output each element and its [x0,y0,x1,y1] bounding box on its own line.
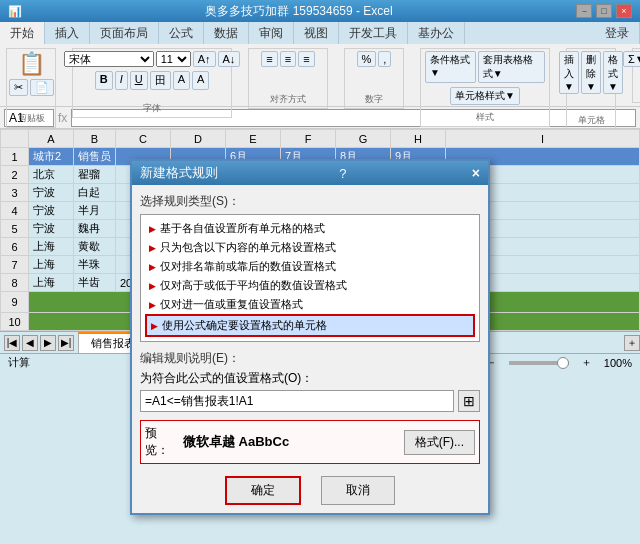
ok-button[interactable]: 确定 [225,476,301,505]
col-header-e[interactable]: E [226,130,281,148]
align-left-button[interactable]: ≡ [261,51,277,67]
insert-button[interactable]: 插入▼ [559,51,579,94]
font-color-button[interactable]: A [192,71,209,90]
minimize-button[interactable]: － [576,4,592,18]
cell-b3[interactable]: 白起 [74,184,116,202]
fill-color-button[interactable]: A [173,71,190,90]
next-sheet-button[interactable]: ▶ [40,335,56,351]
zoom-slider[interactable] [509,361,569,365]
col-header-i[interactable]: I [446,130,640,148]
conditional-format-button[interactable]: 条件格式▼ [425,51,476,83]
cell-a1[interactable]: 城市2 [29,148,74,166]
maximize-button[interactable]: □ [596,4,612,18]
tab-insert[interactable]: 插入 [45,22,90,44]
preview-label: 预览： [145,425,175,459]
cell-a3[interactable]: 宁波 [29,184,74,202]
underline-button[interactable]: U [130,71,148,90]
col-header-b[interactable]: B [74,130,116,148]
dialog-close-button[interactable]: × [472,165,480,181]
tab-login[interactable]: 登录 [595,22,640,44]
increase-font-button[interactable]: A↑ [193,51,216,67]
delete-button[interactable]: 删除▼ [581,51,601,94]
tab-home[interactable]: 开始 [0,22,45,44]
font-size-select[interactable]: 11 [156,51,191,67]
cut-button[interactable]: ✂ [9,79,28,96]
cell-b6[interactable]: 黄歇 [74,238,116,256]
sum-button[interactable]: Σ▼ [623,51,640,67]
cancel-button[interactable]: 取消 [321,476,395,505]
format-button[interactable]: 格式(F)... [404,430,475,455]
cell-a5[interactable]: 宁波 [29,220,74,238]
cell-a6[interactable]: 上海 [29,238,74,256]
formula-section-label: 为符合此公式的值设置格式(O)： [140,370,480,387]
clipboard-group: 📋 ✂ 📄 剪贴板 [6,48,56,128]
font-group: 宋体 11 A↑ A↓ B I U 田 A A 字体 [72,48,232,118]
row-num-5: 5 [1,220,29,238]
font-family-select[interactable]: 宋体 [64,51,154,67]
cell-b1[interactable]: 销售员 [74,148,116,166]
dialog-action-buttons: 确定 取消 [140,472,480,505]
cell-b4[interactable]: 半月 [74,202,116,220]
tab-office[interactable]: 基办公 [408,22,465,44]
tab-review[interactable]: 审阅 [249,22,294,44]
col-header-d[interactable]: D [171,130,226,148]
cell-a7[interactable]: 上海 [29,256,74,274]
col-header-c[interactable]: C [116,130,171,148]
row-num-8: 8 [1,274,29,292]
row-num-4: 4 [1,202,29,220]
rule-type-item-4[interactable]: 仅对进一值或重复值设置格式 [145,295,475,314]
col-header-h[interactable]: H [391,130,446,148]
rule-type-item-2[interactable]: 仅对排名靠前或靠后的数值设置格式 [145,257,475,276]
styles-buttons: 条件格式▼ 套用表格格式▼ [425,51,545,83]
decrease-font-button[interactable]: A↓ [218,51,241,67]
zoom-in-button[interactable]: ＋ [581,355,592,370]
cells-buttons: 插入▼ 删除▼ 格式▼ [559,51,623,94]
cell-b2[interactable]: 翟骝 [74,166,116,184]
rule-type-item-0[interactable]: 基于各自值设置所有单元格的格式 [145,219,475,238]
formula-field-input[interactable] [140,390,454,412]
col-header-f[interactable]: F [281,130,336,148]
border-button[interactable]: 田 [150,71,171,90]
italic-button[interactable]: I [115,71,128,90]
cell-b8[interactable]: 半齿 [74,274,116,292]
rule-type-item-3[interactable]: 仅对高于或低于平均值的数值设置格式 [145,276,475,295]
last-sheet-button[interactable]: ▶| [58,335,74,351]
tab-data[interactable]: 数据 [204,22,249,44]
cell-b5[interactable]: 魏冉 [74,220,116,238]
row-num-3: 3 [1,184,29,202]
cells-label: 单元格 [578,114,605,127]
cell-a2[interactable]: 北京 [29,166,74,184]
cell-b7[interactable]: 半珠 [74,256,116,274]
collapse-dialog-button[interactable]: ⊞ [458,390,480,412]
alignment-label: 对齐方式 [270,93,306,106]
align-center-button[interactable]: ≡ [280,51,296,67]
table-format-button[interactable]: 套用表格格式▼ [478,51,545,83]
cell-a8[interactable]: 上海 [29,274,74,292]
first-sheet-button[interactable]: |◀ [4,335,20,351]
bold-button[interactable]: B [95,71,113,90]
paste-button[interactable]: 📋 [18,51,45,77]
percent-button[interactable]: % [357,51,377,67]
rule-type-item-1[interactable]: 只为包含以下内容的单元格设置格式 [145,238,475,257]
cell-a4[interactable]: 宁波 [29,202,74,220]
rule-type-item-5[interactable]: 使用公式确定要设置格式的单元格 [145,314,475,337]
prev-sheet-button[interactable]: ◀ [22,335,38,351]
number-buttons: % , [357,51,392,67]
tab-view[interactable]: 视图 [294,22,339,44]
tab-developer[interactable]: 开发工具 [339,22,408,44]
tab-pagelayout[interactable]: 页面布局 [90,22,159,44]
copy-button[interactable]: 📄 [30,79,54,96]
format-button[interactable]: 格式▼ [603,51,623,94]
close-button[interactable]: × [616,4,632,18]
align-right-button[interactable]: ≡ [298,51,314,67]
cell-styles-button[interactable]: 单元格样式▼ [450,87,520,105]
add-sheet-button[interactable]: ＋ [624,335,640,351]
alignment-group: ≡ ≡ ≡ 对齐方式 [248,48,328,109]
tab-formulas[interactable]: 公式 [159,22,204,44]
comma-button[interactable]: , [378,51,391,67]
dialog-body: 选择规则类型(S)： 基于各自值设置所有单元格的格式 只为包含以下内容的单元格设… [132,185,488,513]
status-text: 计算 [8,355,30,370]
dialog-help-icon[interactable]: ? [339,166,346,181]
col-header-a[interactable]: A [29,130,74,148]
col-header-g[interactable]: G [336,130,391,148]
